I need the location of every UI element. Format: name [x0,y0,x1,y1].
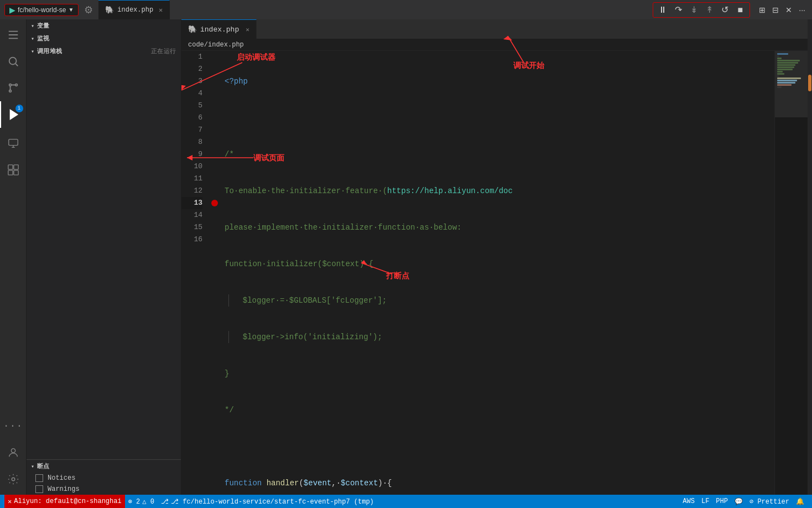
remote-branch-label: ⎇ fc/hello-world-service/start-fc-event-… [171,497,374,506]
svg-rect-12 [13,170,18,175]
editor-tabs: 🐘 index.php ✕ [181,19,808,39]
activity-more[interactable]: ··· [0,413,27,439]
tab-close-icon[interactable]: ✕ [159,6,163,14]
debug-sidebar: ▾ 变量 ▾ 监视 [27,19,181,495]
activity-settings[interactable] [0,466,27,493]
breakpoint-notices: Notices [27,473,181,484]
activity-search[interactable] [0,48,27,75]
svg-point-14 [12,478,15,481]
svg-rect-9 [8,165,12,169]
code-line-7: $logger·=·$GLOBALS['fcLogger']; [225,294,774,307]
call-stack-chevron: ▾ [31,48,35,55]
git-branch-label: Aliyun: default@cn-shanghai [14,497,121,505]
code-line-11 [225,440,774,453]
status-prettier[interactable]: ⊘ Prettier [746,495,793,508]
variables-section: ▾ 变量 [27,19,181,32]
breadcrumb: code/index.php [181,39,808,51]
call-stack-section: ▾ 调用堆栈 正在运行 [27,45,181,58]
activity-extensions[interactable] [0,157,27,183]
code-line-4: To·enable·the·initializer·feature·(https… [225,185,774,197]
watch-header[interactable]: ▾ 监视 [27,32,181,45]
status-language[interactable]: PHP [712,495,731,508]
notices-label: Notices [48,474,75,482]
activity-remote-explorer[interactable] [0,130,27,157]
activity-explorer[interactable] [0,22,27,48]
warnings-count: △ 0 [142,497,154,506]
debug-step-out-button[interactable]: ↟ [702,4,716,16]
breakpoint-indicator[interactable] [211,200,218,206]
play-icon: ▶ [9,6,15,14]
tab-index-php[interactable]: 🐘 index.php ✕ [98,0,170,19]
run-config-label: fc/hello-world-se [18,6,66,14]
gutter [209,51,220,495]
status-errors[interactable]: ⊗ 2 △ 0 [125,495,158,508]
title-bar: ▶ fc/hello-world-se ▼ ⚙ 🐘 index.php ✕ ⏸ … [0,0,812,19]
status-line-ending[interactable]: LF [698,495,712,508]
line-numbers: 1 2 3 4 5 6 7 8 9 10 11 12 13 14 15 16 [181,51,209,495]
activity-debug[interactable]: 1 [0,101,27,128]
aws-label: AWS [683,497,695,505]
watch-section: ▾ 监视 [27,32,181,45]
errors-count: ⊗ 2 [128,497,140,506]
status-aws[interactable]: AWS [679,495,698,508]
breakpoints-header[interactable]: ▾ 断点 [27,460,181,473]
code-line-2 [225,112,774,124]
activity-source-control[interactable] [0,75,27,101]
status-git-branch[interactable]: ✕ Aliyun: default@cn-shanghai [4,495,125,508]
variables-label: 变量 [37,22,50,30]
debug-pause-button[interactable]: ⏸ [655,4,670,16]
run-config-button[interactable]: ▶ fc/hello-world-se ▼ [4,4,79,16]
minimap [774,51,808,495]
notices-checkbox[interactable] [35,474,43,482]
variables-chevron: ▾ [31,23,35,29]
status-bar-right: AWS LF PHP 💬 ⊘ Prettier 🔔 [679,495,808,508]
svg-point-3 [15,84,17,86]
remote-icon: ⎇ [161,497,169,506]
svg-point-13 [11,449,15,453]
status-remote-branch[interactable]: ⎇ ⎇ fc/hello-world-service/start-fc-even… [158,495,377,508]
prettier-label: ⊘ Prettier [749,497,789,506]
code-line-10: */ [225,404,774,416]
watch-chevron: ▾ [31,35,35,42]
layout-toggle-button[interactable]: ⊞ [757,4,768,15]
more-actions-button[interactable]: ··· [797,4,808,15]
debug-toolbar: ⏸ ↷ ↡ ↟ ↺ ■ [653,2,750,18]
svg-point-2 [9,90,11,92]
notification-icon: 🔔 [796,497,804,506]
debug-restart-button[interactable]: ↺ [717,4,732,16]
chevron-down-icon: ▼ [68,7,74,13]
main-area: 1 ··· [0,19,812,495]
error-icon: ✕ [8,497,12,506]
call-stack-label: 调用堆栈 [37,47,63,55]
status-notifications[interactable]: 🔔 [793,495,808,508]
scrollbar-thumb [808,75,811,91]
editor-tab-index-php[interactable]: 🐘 index.php ✕ [181,19,257,39]
debug-step-into-button[interactable]: ↡ [686,4,701,16]
code-editor[interactable]: 1 2 3 4 5 6 7 8 9 10 11 12 13 14 15 16 [181,51,808,495]
variables-header[interactable]: ▾ 变量 [27,19,181,32]
call-stack-status: 正在运行 [151,47,176,55]
language-label: PHP [716,497,728,505]
breakpoints-label: 断点 [37,462,50,470]
title-bar-left: ▶ fc/hello-world-se ▼ ⚙ [4,3,96,17]
status-feedback[interactable]: 💬 [731,495,746,508]
breakpoints-chevron: ▾ [31,463,35,470]
call-stack-header[interactable]: ▾ 调用堆栈 正在运行 [27,45,181,58]
settings-cog-button[interactable]: ⚙ [81,3,96,17]
svg-line-1 [15,64,18,66]
debug-step-over-button[interactable]: ↷ [671,4,685,16]
activity-account[interactable] [0,439,27,466]
code-content: <?php /* To·enable·the·initializer·featu… [220,51,774,495]
editor-layout-button[interactable]: ⊟ [770,4,781,15]
close-window-button[interactable]: ✕ [783,4,794,15]
tab-filename: index.php [117,6,153,14]
svg-rect-6 [8,139,18,146]
svg-point-4 [9,84,11,86]
tab-close-x[interactable]: ✕ [246,26,249,33]
watch-label: 监视 [37,34,50,43]
warnings-checkbox[interactable] [35,485,43,493]
activity-bar: 1 ··· [0,19,27,495]
debug-stop-button[interactable]: ■ [733,4,747,16]
code-line-6: function·initializer($context)·{ [225,258,774,270]
editor-scrollbar[interactable] [808,19,812,495]
